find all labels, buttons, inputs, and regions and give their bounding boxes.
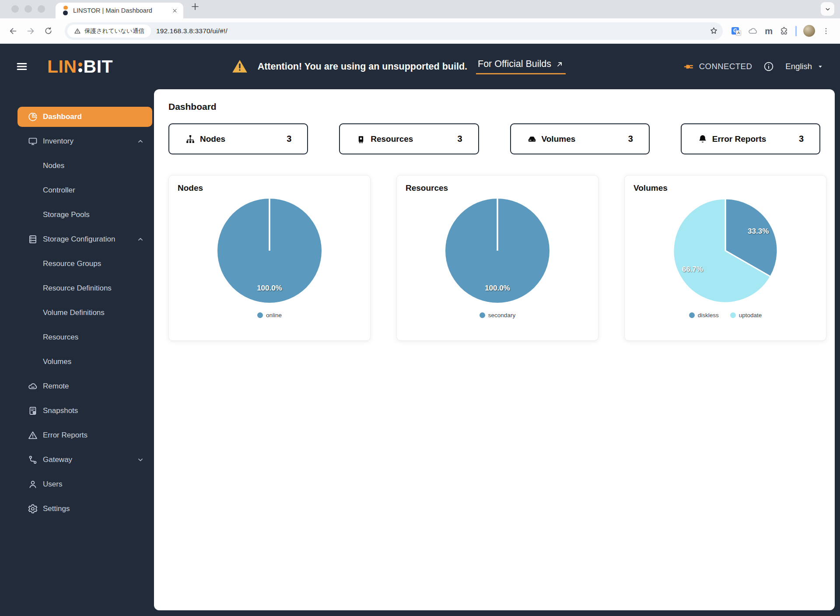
pie-chart: 100.0% [178,194,361,308]
chevron-up-icon[interactable] [136,137,144,145]
sidebar-item-resource-definitions[interactable]: Resource Definitions [18,278,152,298]
window-zoom-button[interactable] [38,5,45,13]
stat-card-count: 3 [457,134,462,144]
legend-dot [480,312,485,318]
main-panel: Dashboard Nodes3Resources3Volumes3Error … [154,89,835,610]
browser-menu-kebab-icon[interactable] [822,27,830,35]
google-translate-icon[interactable]: GA [732,26,741,36]
sidebar-item-label: Users [43,480,62,489]
cloud-icon [28,381,38,392]
new-tab-button[interactable] [190,2,200,11]
stat-card-label: Volumes [542,134,576,144]
window-close-button[interactable] [11,5,19,13]
window-controls[interactable] [0,5,56,18]
reload-icon[interactable] [40,23,56,39]
linbit-logo[interactable]: LIN BIT [47,58,113,76]
sidebar-item-inventory[interactable]: Inventory [18,131,152,151]
warning-triangle-icon [231,57,249,76]
sidebar-item-label: Remote [43,382,69,391]
chart-legend: secondary [406,312,589,318]
tab-close-icon[interactable] [172,7,178,14]
chip-icon [356,134,366,144]
m-extension-icon[interactable]: m [765,27,773,35]
plug-icon [683,61,695,73]
gear-icon [28,504,38,514]
connection-status-label: CONNECTED [699,62,752,71]
bookmark-star-icon[interactable] [709,26,718,35]
sidebar-item-resource-groups[interactable]: Resource Groups [18,254,152,274]
linbit-favicon [63,6,68,15]
browser-tab[interactable]: LINSTOR | Main Dashboard [56,3,183,18]
language-selector[interactable]: English [785,62,824,71]
sidebar-item-storage-pools[interactable]: Storage Pools [18,205,152,225]
window-minimize-button[interactable] [24,5,32,13]
sidebar-item-label: Inventory [43,137,74,146]
official-builds-link[interactable]: For Official Builds [476,59,566,74]
sidebar-item-label: Snapshots [43,406,78,415]
sidebar-item-label: Settings [43,504,70,513]
url-text[interactable]: 192.168.3.8:3370/ui/#!/ [156,27,704,35]
chevron-up-icon[interactable] [136,235,144,243]
bell-icon [697,134,708,144]
address-bar[interactable]: 保護されていない通信 192.168.3.8:3370/ui/#!/ [65,22,723,40]
logo-bit: BIT [84,58,113,76]
server-icon [28,234,38,245]
sidebar-item-gateway[interactable]: Gateway [18,450,152,470]
stat-card-count: 3 [799,134,804,144]
sidebar-item-dashboard[interactable]: Dashboard [18,107,152,127]
sidebar-item-volumes[interactable]: Volumes [18,352,152,372]
pie-chart-icon [28,112,38,122]
sidebar-item-resources[interactable]: Resources [18,327,152,347]
warning-message: Attention! You are using an unsupported … [258,61,467,72]
sidebar-item-settings[interactable]: Settings [18,499,152,519]
legend-dot [689,312,695,318]
stat-card-error-reports[interactable]: Error Reports3 [681,123,820,154]
profile-avatar[interactable] [803,25,815,37]
info-icon[interactable] [763,61,774,72]
svg-text:33.3%: 33.3% [748,227,769,235]
chart-title: Volumes [634,183,817,193]
sidebar-item-label: Storage Pools [43,210,90,219]
sidebar-item-error-reports[interactable]: Error Reports [18,425,152,445]
stat-card-label: Resources [371,134,413,144]
chart-card-volumes: Volumes33.3%66.7%disklessuptodate [624,175,826,341]
legend-item-online[interactable]: online [257,312,282,318]
forward-icon[interactable] [23,23,38,39]
stat-card-nodes[interactable]: Nodes3 [168,123,308,154]
sidebar-item-snapshots[interactable]: Snapshots [18,401,152,421]
sidebar-item-volume-definitions[interactable]: Volume Definitions [18,303,152,323]
stat-card-resources[interactable]: Resources3 [339,123,479,154]
legend-label: secondary [488,312,515,318]
stat-card-label: Error Reports [712,134,766,144]
sidebar-item-users[interactable]: Users [18,474,152,494]
chart-cards-row: Nodes100.0%onlineResources100.0%secondar… [168,175,820,341]
security-chip[interactable]: 保護されていない通信 [67,24,151,38]
hamburger-menu-icon[interactable] [16,60,28,73]
sidebar-nav: DashboardInventoryNodesControllerStorage… [0,89,154,616]
legend-label: diskless [698,312,719,318]
sidebar-item-storage-configuration[interactable]: Storage Configuration [18,229,152,249]
stat-card-volumes[interactable]: Volumes3 [510,123,650,154]
chevron-down-icon[interactable] [136,456,144,464]
sidebar-item-remote[interactable]: Remote [18,376,152,396]
extensions-area: GA m [729,25,835,37]
back-icon[interactable] [5,23,21,39]
legend-item-uptodate[interactable]: uptodate [730,312,762,318]
legend-item-secondary[interactable]: secondary [480,312,515,318]
snapshot-icon [28,406,38,416]
extensions-puzzle-icon[interactable] [779,26,789,36]
svg-text:100.0%: 100.0% [257,284,282,292]
page-layout: DashboardInventoryNodesControllerStorage… [0,89,840,616]
legend-item-diskless[interactable]: diskless [689,312,719,318]
browser-tab-strip: LINSTOR | Main Dashboard [0,0,840,18]
chart-legend: disklessuptodate [634,312,817,318]
caret-down-icon [816,63,824,70]
sidebar-item-label: Dashboard [43,112,82,121]
tab-search-button[interactable] [821,2,834,16]
sidebar-item-label: Controller [43,186,75,195]
sidebar-item-label: Resource Definitions [43,284,112,293]
cloud-extension-icon[interactable] [748,26,758,36]
warning-icon [28,430,38,441]
sidebar-item-controller[interactable]: Controller [18,180,152,200]
sidebar-item-nodes[interactable]: Nodes [18,156,152,176]
